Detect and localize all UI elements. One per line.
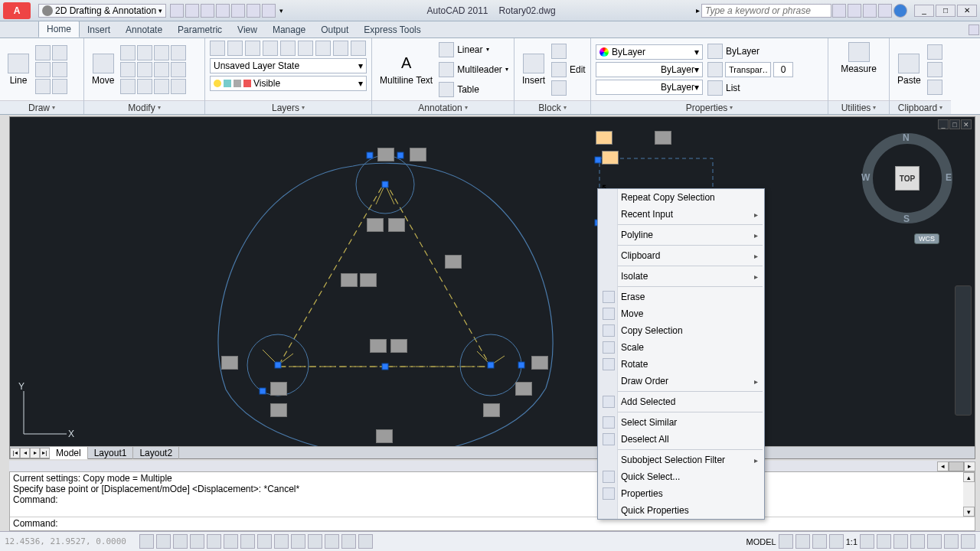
context-menu-item[interactable]: Deselect All [598,431,764,448]
stretch-icon[interactable] [120,79,136,94]
tab-last-button[interactable]: ▸| [40,448,50,458]
polyline-icon[interactable] [35,45,51,60]
move-button[interactable]: Move [89,52,117,87]
qat-new-icon[interactable] [170,4,184,18]
ribbon-tab-insert[interactable]: Insert [80,22,118,37]
hscroll-thumb[interactable] [949,461,964,471]
context-menu-item[interactable]: Quick Select... [598,468,764,485]
ducs-toggle-icon[interactable] [257,534,272,549]
table-button[interactable]: Table [439,81,508,98]
polar-toggle-icon[interactable] [190,534,204,549]
qat-redo-icon[interactable] [247,4,260,18]
constraint-icon[interactable] [445,255,462,269]
constraint-icon[interactable] [596,131,612,145]
tab-prev-button[interactable]: ◂ [20,448,30,458]
ortho-toggle-icon[interactable] [173,534,188,549]
linetype-dropdown[interactable]: ByLayer▾ [596,80,703,95]
help-icon[interactable] [893,4,907,18]
exchange-icon[interactable] [863,4,877,18]
constraint-icon[interactable] [602,151,619,165]
create-block-icon[interactable] [551,44,567,59]
transparency-value[interactable]: 0 [773,62,793,77]
doc-minimize-button[interactable]: _ [938,119,949,129]
quickview-layouts-icon[interactable] [795,534,810,549]
layer-state-dropdown[interactable]: Unsaved Layer State▾ [210,58,367,73]
annotation-scale-value[interactable]: 1:1 [846,537,858,546]
constraint-icon[interactable] [341,273,358,287]
arc-icon[interactable] [52,45,67,60]
qat-save-icon[interactable] [201,4,214,18]
cmd-scrollbar[interactable]: ▴▾ [963,472,975,517]
qat-saveas-icon[interactable] [216,4,230,18]
tab-first-button[interactable]: |◂ [10,448,20,458]
viewcube-w[interactable]: W [861,172,870,183]
hscroll-right[interactable]: ▸ [964,461,975,471]
close-button[interactable]: ✕ [957,5,977,17]
scale-icon[interactable] [137,62,152,77]
line-button[interactable]: Line [5,52,32,87]
layerstate-icon[interactable] [227,41,243,56]
coordinates-readout[interactable]: 12.4536, 21.9527, 0.0000 [5,536,127,546]
sc-toggle-icon[interactable] [341,534,356,549]
multileader-button[interactable]: Multileader▾ [439,61,508,78]
context-menu-item[interactable]: Repeat Copy Selection [598,189,764,206]
context-menu-item[interactable]: Select Similar [598,414,764,431]
trim-icon[interactable] [154,45,169,60]
context-menu-item[interactable]: Draw Order [598,373,764,390]
layout1-tab[interactable]: Layout1 [88,447,134,459]
block-attrib-icon[interactable] [551,80,567,96]
annoscale-icon[interactable] [829,534,844,549]
context-menu-item[interactable]: Rotate [598,356,764,373]
modelspace-icon[interactable] [779,534,793,549]
measure-button[interactable]: Measure [838,41,880,76]
snap-toggle-icon[interactable] [139,534,154,549]
paste-button[interactable]: Paste [894,52,924,87]
hardware-accel-icon[interactable] [927,534,942,549]
lwt-toggle-icon[interactable] [291,534,305,549]
annoauto-icon[interactable] [877,534,891,549]
qp-toggle-icon[interactable] [325,534,339,549]
ribbon-tab-expresstools[interactable]: Express Tools [356,22,428,37]
context-menu-item[interactable]: Copy Selection [598,322,764,339]
constraint-icon[interactable] [370,339,387,353]
osnap-toggle-icon[interactable] [207,534,221,549]
edit-block-button[interactable]: Edit [551,61,586,78]
navigation-bar[interactable] [955,285,972,416]
ellipse-icon[interactable] [35,79,51,94]
array-icon[interactable] [137,79,152,94]
toolbar-lock-icon[interactable] [910,534,925,549]
panel-title-draw[interactable]: Draw [0,100,83,114]
command-line[interactable]: Command: [10,517,975,530]
linear-dim-button[interactable]: Linear▾ [439,41,508,58]
context-menu-item[interactable]: Subobject Selection Filter [598,452,764,468]
wcs-badge[interactable]: WCS [914,233,939,244]
signin-icon[interactable] [848,4,861,18]
constraint-icon[interactable] [221,356,238,370]
command-window[interactable]: Current settings: Copy mode = Multiple S… [9,471,975,531]
layout2-tab[interactable]: Layout2 [133,447,179,459]
viewcube-top[interactable]: TOP [895,166,920,191]
app-menu-button[interactable]: A [3,2,31,19]
constraint-icon[interactable] [515,382,532,396]
workspace-switch-icon[interactable] [893,534,908,549]
constraint-icon[interactable] [377,148,394,161]
panel-title-block[interactable]: Block [514,100,590,114]
viewcube-n[interactable]: N [903,132,910,143]
workspace-dropdown[interactable]: 2D Drafting & Annotation ▾ [38,4,166,18]
layerprop-icon[interactable] [210,41,225,56]
search-icon[interactable] [832,4,846,18]
context-menu-item[interactable]: Quick Properties [598,502,764,519]
circle-icon[interactable] [35,62,51,77]
panel-title-utilities[interactable]: Utilities [828,100,889,114]
qat-print-icon[interactable] [262,4,276,18]
erase-icon[interactable] [171,45,186,60]
favorites-icon[interactable] [878,4,892,18]
horizontal-scrollbar[interactable]: ◂ ▸ [9,461,975,471]
explode-icon[interactable] [171,62,186,77]
context-menu-item[interactable]: Erase [598,289,764,305]
otrack-toggle-icon[interactable] [240,534,255,549]
grid-toggle-icon[interactable] [156,534,171,549]
context-menu-item[interactable]: Properties [598,485,764,502]
panel-title-layers[interactable]: Layers [205,100,371,114]
annovis-icon[interactable] [860,534,874,549]
